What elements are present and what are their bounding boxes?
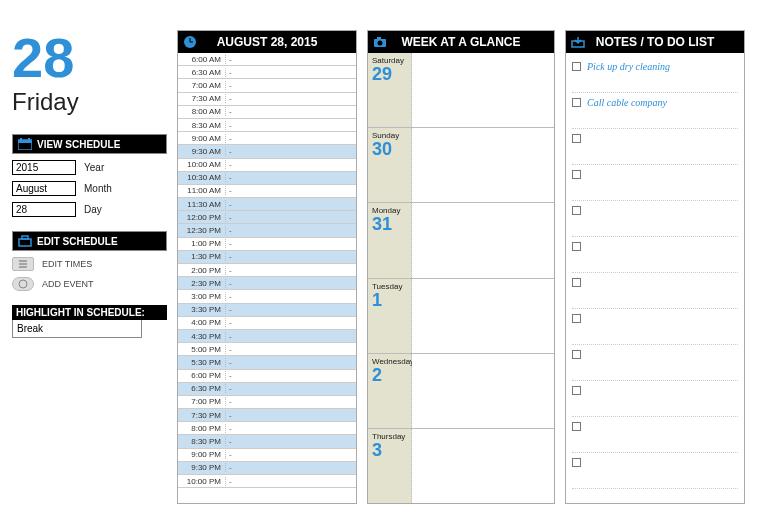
time-content: - [226, 397, 232, 406]
time-label: 3:30 PM [178, 305, 226, 314]
day-block[interactable]: Thursday3 [368, 429, 554, 503]
note-checkbox[interactable] [572, 98, 581, 107]
time-label: 6:30 AM [178, 68, 226, 77]
time-row[interactable]: 7:00 PM- [178, 396, 356, 409]
note-checkbox[interactable] [572, 62, 581, 71]
time-row[interactable]: 3:30 PM- [178, 304, 356, 317]
time-row[interactable]: 10:00 AM- [178, 159, 356, 172]
time-label: 7:00 AM [178, 81, 226, 90]
note-checkbox[interactable] [572, 170, 581, 179]
highlight-header: HIGHLIGHT IN SCHEDULE: [12, 305, 167, 320]
time-row[interactable]: 9:30 AM- [178, 145, 356, 158]
day-block[interactable]: Sunday30 [368, 128, 554, 203]
note-checkbox[interactable] [572, 350, 581, 359]
note-row [572, 201, 738, 237]
time-row[interactable]: 7:00 AM- [178, 79, 356, 92]
day-row: Day [12, 202, 167, 217]
time-content: - [226, 147, 232, 156]
day-number: 1 [372, 291, 407, 311]
note-text: Call cable company [587, 97, 667, 108]
date-weekday: Friday [12, 88, 167, 116]
highlight-input[interactable] [12, 320, 142, 338]
time-row[interactable]: 5:30 PM- [178, 356, 356, 369]
time-label: 8:00 AM [178, 107, 226, 116]
time-content: - [226, 200, 232, 209]
note-row: Pick up dry cleaning [572, 57, 738, 93]
time-row[interactable]: 5:00 PM- [178, 343, 356, 356]
left-sidebar: 28 Friday VIEW SCHEDULE Year Month Day E… [12, 30, 167, 504]
time-content: - [226, 252, 232, 261]
note-checkbox[interactable] [572, 278, 581, 287]
day-block[interactable]: Monday31 [368, 203, 554, 278]
time-row[interactable]: 11:00 AM- [178, 185, 356, 198]
add-event-button[interactable]: ADD EVENT [12, 277, 167, 291]
edit-times-button[interactable]: EDIT TIMES [12, 257, 167, 271]
time-label: 2:00 PM [178, 266, 226, 275]
note-checkbox[interactable] [572, 422, 581, 431]
time-content: - [226, 477, 232, 486]
day-number: 2 [372, 366, 407, 386]
time-row[interactable]: 10:00 PM- [178, 475, 356, 488]
time-row[interactable]: 9:00 PM- [178, 449, 356, 462]
time-row[interactable]: 12:30 PM- [178, 224, 356, 237]
time-row[interactable]: 7:30 AM- [178, 93, 356, 106]
time-label: 8:00 PM [178, 424, 226, 433]
time-label: 10:30 AM [178, 173, 226, 182]
time-row[interactable]: 6:30 AM- [178, 66, 356, 79]
time-row[interactable]: 12:00 PM- [178, 211, 356, 224]
note-checkbox[interactable] [572, 458, 581, 467]
time-label: 9:30 PM [178, 463, 226, 472]
note-row [572, 237, 738, 273]
time-row[interactable]: 8:00 AM- [178, 106, 356, 119]
day-block[interactable]: Saturday29 [368, 53, 554, 128]
time-row[interactable]: 4:30 PM- [178, 330, 356, 343]
note-row [572, 417, 738, 453]
time-row[interactable]: 9:00 AM- [178, 132, 356, 145]
time-row[interactable]: 10:30 AM- [178, 172, 356, 185]
time-row[interactable]: 2:30 PM- [178, 277, 356, 290]
time-row[interactable]: 2:00 PM- [178, 264, 356, 277]
time-row[interactable]: 4:00 PM- [178, 317, 356, 330]
time-row[interactable]: 1:00 PM- [178, 238, 356, 251]
time-label: 5:30 PM [178, 358, 226, 367]
time-content: - [226, 107, 232, 116]
schedule-body: 6:00 AM-6:30 AM-7:00 AM-7:30 AM-8:00 AM-… [178, 53, 356, 503]
time-row[interactable]: 6:00 AM- [178, 53, 356, 66]
time-content: - [226, 226, 232, 235]
inbox-icon [570, 34, 586, 50]
time-label: 11:30 AM [178, 200, 226, 209]
time-content: - [226, 266, 232, 275]
year-input[interactable] [12, 160, 76, 175]
time-label: 4:00 PM [178, 318, 226, 327]
time-row[interactable]: 8:00 PM- [178, 422, 356, 435]
day-input[interactable] [12, 202, 76, 217]
schedule-column: AUGUST 28, 2015 6:00 AM-6:30 AM-7:00 AM-… [177, 30, 357, 504]
time-row[interactable]: 3:00 PM- [178, 290, 356, 303]
time-row[interactable]: 9:30 PM- [178, 462, 356, 475]
note-checkbox[interactable] [572, 386, 581, 395]
time-row[interactable]: 6:00 PM- [178, 370, 356, 383]
time-row[interactable]: 8:30 PM- [178, 435, 356, 448]
day-block[interactable]: Wednesday2 [368, 354, 554, 429]
time-content: - [226, 213, 232, 222]
time-content: - [226, 239, 232, 248]
note-checkbox[interactable] [572, 242, 581, 251]
note-checkbox[interactable] [572, 206, 581, 215]
time-label: 6:00 AM [178, 55, 226, 64]
time-content: - [226, 450, 232, 459]
time-row[interactable]: 6:30 PM- [178, 383, 356, 396]
time-row[interactable]: 11:30 AM- [178, 198, 356, 211]
time-label: 1:30 PM [178, 252, 226, 261]
time-content: - [226, 345, 232, 354]
note-row [572, 165, 738, 201]
note-checkbox[interactable] [572, 134, 581, 143]
time-content: - [226, 173, 232, 182]
time-row[interactable]: 7:30 PM- [178, 409, 356, 422]
time-label: 6:00 PM [178, 371, 226, 380]
time-row[interactable]: 1:30 PM- [178, 251, 356, 264]
month-input[interactable] [12, 181, 76, 196]
day-block[interactable]: Tuesday1 [368, 279, 554, 354]
time-row[interactable]: 8:30 AM- [178, 119, 356, 132]
time-content: - [226, 279, 232, 288]
note-checkbox[interactable] [572, 314, 581, 323]
